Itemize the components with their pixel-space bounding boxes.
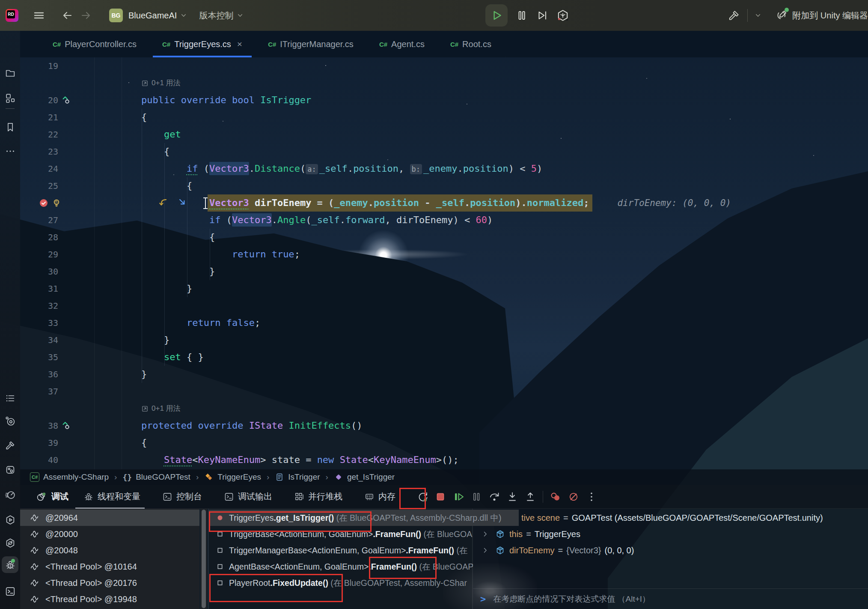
- variable-row[interactable]: this=TriggerEyes: [481, 526, 580, 542]
- line-number[interactable]: 25: [32, 177, 58, 194]
- build-hammer-icon[interactable]: [728, 9, 740, 22]
- stack-frame-row[interactable]: PlayerRoot.FixedUpdate() (在 BlueGOAPTest…: [209, 575, 473, 591]
- thread-row[interactable]: @20000: [20, 526, 199, 542]
- code-line-40[interactable]: 40 State<KeyNameEnum> state = new State<…: [20, 451, 868, 469]
- line-number[interactable]: 37: [32, 383, 58, 400]
- step-out-button[interactable]: [524, 491, 536, 503]
- code-line-32[interactable]: 32: [20, 297, 868, 314]
- code-line-33[interactable]: 33 return false;: [20, 314, 868, 331]
- tab-itriggermanager-cs[interactable]: C# ITriggerManager.cs: [257, 31, 365, 57]
- code-line-39[interactable]: 39{: [20, 434, 868, 451]
- code-line-37[interactable]: 37: [20, 383, 868, 400]
- code-line-21[interactable]: 21{: [20, 109, 868, 126]
- attach-to-unity-button[interactable]: 附加到 Unity 编辑器: [775, 9, 868, 22]
- code-line-24[interactable]: 24 if (Vector3.Distance(a:_self.position…: [20, 160, 868, 177]
- breadcrumb-item-istrigger[interactable]: IsTrigger: [275, 472, 320, 482]
- unity-reload-icon[interactable]: [556, 9, 569, 22]
- sidebar-item-profiler[interactable]: [0, 486, 20, 503]
- vcs-widget[interactable]: 版本控制: [199, 10, 244, 21]
- mute-breakpoints-button[interactable]: [568, 491, 580, 503]
- line-number[interactable]: 21: [32, 109, 58, 126]
- variable-row[interactable]: dirToEnemy={Vector3}(0, 0, 0): [481, 542, 634, 558]
- debug-tab-调试输出[interactable]: 调试输出: [213, 485, 279, 509]
- sidebar-item-folder[interactable]: [0, 65, 20, 82]
- thread-row[interactable]: <Thread Pool> @20176: [20, 575, 199, 591]
- code-line-25[interactable]: 25 {: [20, 177, 868, 194]
- close-icon[interactable]: ×: [237, 39, 242, 49]
- sidebar-item-nuget[interactable]: [0, 412, 20, 430]
- line-number[interactable]: 27: [32, 212, 58, 229]
- code-line-31[interactable]: 31 }: [20, 280, 868, 297]
- sidebar-item-bookmark[interactable]: [0, 119, 20, 136]
- forward-icon[interactable]: [80, 9, 92, 21]
- line-number[interactable]: 20: [32, 92, 58, 109]
- usage-annotation-row[interactable]: 0+1 用法: [20, 400, 868, 417]
- tab-triggereyes-cs[interactable]: C# TriggerEyes.cs×: [151, 31, 253, 57]
- resume-button[interactable]: [452, 491, 464, 503]
- evaluate-expression-bar[interactable]: > 在考虑断点的情况下对表达式求值 （Alt+I）: [473, 588, 868, 609]
- code-line-35[interactable]: 35 set { }: [20, 349, 868, 366]
- debug-tab-内存[interactable]: 内存: [354, 485, 402, 509]
- quickfix-bulb-icon[interactable]: [51, 198, 62, 208]
- line-number[interactable]: 32: [32, 297, 58, 314]
- sidebar-item-hammer[interactable]: [0, 437, 20, 454]
- line-number[interactable]: 24: [32, 160, 58, 177]
- variable-row[interactable]: tive scene=GOAPTest (Assets/BlueGOAP/GOA…: [521, 510, 823, 526]
- debug-tab-控制台[interactable]: 控制台: [152, 485, 209, 509]
- rerun-button[interactable]: [416, 491, 428, 503]
- step-over-button[interactable]: [488, 491, 500, 503]
- code-line-30[interactable]: 30 }: [20, 263, 868, 280]
- thread-row[interactable]: <Thread Pool> @19948: [20, 591, 199, 607]
- sidebar-item-tests[interactable]: [0, 461, 20, 478]
- line-number[interactable]: 39: [32, 434, 58, 451]
- sidebar-item-list[interactable]: [0, 390, 20, 407]
- stack-frame-row[interactable]: TriggerBase<ActionEnum, GoalEnum>.FrameF…: [209, 526, 473, 542]
- breadcrumb-item-assembly-csharp[interactable]: C#Assembly-CSharp: [30, 472, 109, 482]
- sidebar-item-structure[interactable]: [0, 90, 20, 107]
- more-button[interactable]: [586, 491, 597, 503]
- sidebar-item-hex-play[interactable]: [0, 511, 20, 528]
- back-icon[interactable]: [61, 9, 73, 21]
- stack-frame-row[interactable]: AgentBase<ActionEnum, GoalEnum>.FrameFun…: [209, 558, 473, 575]
- code-line-36[interactable]: 36}: [20, 366, 868, 383]
- stack-frame-row[interactable]: TriggerManagerBase<ActionEnum, GoalEnum>…: [209, 542, 473, 558]
- line-number[interactable]: 33: [32, 314, 58, 331]
- usage-annotation-row[interactable]: 0+1 用法: [20, 75, 868, 92]
- sidebar-item-unity-reload[interactable]: [0, 534, 20, 552]
- line-number[interactable]: 28: [32, 229, 58, 246]
- code-line-34[interactable]: 34 }: [20, 331, 868, 349]
- chevron-right-icon[interactable]: [481, 546, 490, 555]
- thread-row[interactable]: @20048: [20, 542, 199, 558]
- override-marker-icon[interactable]: [61, 421, 71, 431]
- code-line-29[interactable]: 29 return true;: [20, 246, 868, 263]
- sidebar-item-debugger[interactable]: [2, 556, 18, 573]
- line-number[interactable]: 19: [32, 57, 58, 75]
- debug-tab-并行堆栈[interactable]: 并行堆栈: [283, 485, 349, 509]
- thread-row[interactable]: @20964: [20, 510, 199, 526]
- line-number[interactable]: 40: [32, 451, 58, 469]
- code-line-28[interactable]: 28 {: [20, 229, 868, 246]
- breadcrumb-item-triggereyes[interactable]: TriggerEyes: [204, 472, 261, 482]
- line-number[interactable]: 36: [32, 366, 58, 383]
- threads-scrollbar[interactable]: [200, 509, 207, 609]
- pause-button[interactable]: [470, 491, 482, 503]
- unity-play-button[interactable]: [485, 4, 508, 27]
- main-menu-icon[interactable]: [33, 9, 45, 21]
- unity-pause-button[interactable]: [515, 9, 528, 22]
- breadcrumb-item-get_istrigger[interactable]: get_IsTrigger: [334, 472, 395, 482]
- stop-button[interactable]: [434, 491, 446, 503]
- line-number[interactable]: 35: [32, 349, 58, 366]
- override-marker-icon[interactable]: [61, 95, 71, 105]
- code-editor[interactable]: 19 0+1 用法20public override bool IsTrigge…: [20, 57, 868, 469]
- code-line-26[interactable]: Vector3 dirToEnemy = (_enemy.position - …: [20, 194, 868, 212]
- code-line-22[interactable]: 22 get: [20, 126, 868, 143]
- debug-tab-线程和变量[interactable]: 线程和变量: [73, 485, 147, 509]
- line-number[interactable]: 30: [32, 263, 58, 280]
- stack-frame-row[interactable]: TriggerEyes.get_IsTrigger() (在 BlueGOAPT…: [209, 510, 519, 526]
- code-line-23[interactable]: 23 {: [20, 143, 868, 160]
- code-line-20[interactable]: 20public override bool IsTrigger: [20, 92, 868, 109]
- usage-annotation[interactable]: 0+1 用法: [141, 400, 181, 417]
- step-into-button[interactable]: [506, 491, 518, 503]
- usage-annotation[interactable]: 0+1 用法: [141, 75, 181, 92]
- line-number[interactable]: 22: [32, 126, 58, 143]
